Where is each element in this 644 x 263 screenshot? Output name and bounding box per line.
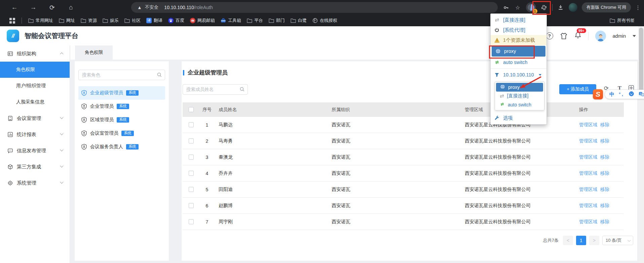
submenu-item-proxy[interactable]: proxy (496, 83, 543, 92)
globe-icon (495, 48, 501, 54)
username[interactable]: admin (613, 33, 626, 39)
remove-link[interactable]: 移除 (600, 154, 609, 160)
row-checkbox[interactable] (189, 219, 194, 224)
bookmark-folder[interactable]: 娱乐 (103, 18, 119, 24)
sidebar-item-face-collect[interactable]: 人脸采集信息 (0, 94, 70, 110)
search-icon[interactable] (157, 72, 162, 77)
sidebar-group-third-party[interactable]: 第三方集成 (0, 159, 70, 175)
address-bar[interactable]: ▲ 不安全 10.10.100.110/roleAuth (131, 2, 498, 13)
row-checkbox[interactable] (189, 138, 194, 143)
bookmark-netease-mail[interactable]: 网易邮箱 (190, 18, 215, 24)
bookmark-star-icon[interactable]: ☆ (514, 4, 522, 11)
download-icon[interactable] (557, 4, 564, 10)
prev-page-button[interactable]: < (563, 236, 573, 245)
ime-emoji-icon[interactable] (629, 91, 634, 98)
proxy-extension-icon[interactable]: 1 (526, 2, 536, 12)
sidebar-item-role-auth[interactable]: 角色权限 (0, 62, 70, 78)
sidebar-group-system[interactable]: 系统管理 (0, 175, 70, 191)
menu-item-system-proxy[interactable]: [系统代理] (491, 25, 546, 35)
bookmark-baidu[interactable]: 百度 (168, 18, 184, 24)
select-all-checkbox[interactable] (189, 107, 194, 112)
manage-region-link[interactable]: 管理区域 (579, 203, 597, 209)
role-item-region-admin[interactable]: 区域管理员 系统 (78, 113, 165, 127)
ime-translate-icon[interactable]: 文A (639, 91, 644, 98)
submenu-item-auto-switch[interactable]: auto switch (496, 100, 543, 109)
remove-link[interactable]: 移除 (600, 122, 609, 128)
notifications[interactable]: 99+ (574, 32, 581, 40)
role-item-enterprise-admin[interactable]: 企业管理员 系统 (78, 100, 165, 113)
sidebar-group-stats[interactable]: 统计报表 (0, 126, 70, 142)
bookmark-folder[interactable]: 平台 (247, 18, 263, 24)
manage-region-link[interactable]: 管理区域 (579, 138, 597, 144)
chrome-update-button[interactable]: 有新版 Chrome 可用 (582, 2, 631, 12)
manage-region-link[interactable]: 管理区域 (579, 170, 597, 176)
bookmark-folder[interactable]: 部门 (269, 18, 285, 24)
menu-item-server-filter[interactable]: 10.10.100.110 (491, 70, 546, 80)
page-scrollbar[interactable] (638, 26, 644, 263)
home-icon[interactable]: ⌂ (65, 4, 77, 11)
menu-item-auto-switch[interactable]: auto switch (491, 57, 546, 67)
shirt-icon[interactable] (560, 32, 568, 40)
ime-lang-toggle[interactable]: 中 (609, 91, 614, 98)
submenu-item-direct[interactable]: ⇄ [直接连接] (496, 92, 543, 100)
role-item-service-lead[interactable]: 会议服务负责人 系统 (78, 140, 165, 154)
row-checkbox[interactable] (189, 187, 194, 192)
menu-item-direct[interactable]: ⇄ [直接连接] (491, 15, 546, 25)
apps-grid-icon[interactable] (9, 18, 15, 24)
sidebar-group-info-publish[interactable]: 信息发布管理 (0, 142, 70, 159)
row-checkbox[interactable] (189, 155, 194, 160)
bookmark-folder[interactable]: 白鹭 (291, 18, 307, 24)
bookmark-folder[interactable]: 常用网址 (28, 18, 53, 24)
ime-punct-toggle[interactable]: °， (619, 91, 624, 97)
forward-icon[interactable]: → (28, 4, 39, 11)
menu-item-options[interactable]: 选项 (491, 113, 546, 123)
all-bookmarks[interactable]: 所有书签 (610, 18, 635, 24)
user-avatar[interactable] (595, 31, 606, 41)
remove-link[interactable]: 移除 (600, 138, 609, 144)
search-icon[interactable] (239, 87, 245, 92)
role-item-super-admin[interactable]: 企业超级管理员 系统 (78, 86, 165, 100)
user-menu-caret-icon[interactable] (633, 35, 636, 37)
remove-link[interactable]: 移除 (600, 219, 609, 225)
remove-link[interactable]: 移除 (600, 170, 609, 176)
browser-toolbar: ← → ⟳ ⌂ ▲ 不安全 10.10.100.110/roleAuth ☆ 1 (0, 0, 644, 15)
bookmark-folder[interactable]: 资源 (81, 18, 97, 24)
page-size-select[interactable]: 10 条/页 (602, 236, 633, 245)
scrollbar-thumb[interactable] (639, 28, 643, 98)
sidebar-group-meeting-room[interactable]: 会议室管理 (0, 110, 70, 126)
password-key-icon[interactable] (502, 5, 510, 10)
manage-region-link[interactable]: 管理区域 (579, 219, 597, 225)
reload-icon[interactable]: ⟳ (46, 4, 58, 11)
browser-menu-icon[interactable]: ⋮ (635, 4, 641, 11)
add-member-button[interactable]: + 添加成员 (559, 84, 596, 94)
sidebar-item-user-org[interactable]: 用户/组织管理 (0, 78, 70, 94)
role-search-input[interactable] (78, 70, 165, 80)
remove-link[interactable]: 移除 (600, 203, 609, 209)
bookmark-online-auth[interactable]: 在线授权 (312, 18, 337, 24)
next-page-button[interactable]: > (589, 236, 599, 245)
remove-link[interactable]: 移除 (600, 187, 609, 193)
member-search-input[interactable] (183, 84, 248, 95)
tab-role-auth[interactable]: 角色权限 (75, 45, 113, 60)
bookmark-translate[interactable]: 译翻译 (146, 18, 162, 24)
browser-profile-avatar[interactable] (569, 3, 577, 12)
bookmark-toolbox[interactable]: 工具箱 (221, 18, 241, 24)
manage-region-link[interactable]: 管理区域 (579, 154, 597, 160)
row-checkbox[interactable] (189, 203, 194, 208)
row-checkbox[interactable] (189, 122, 194, 127)
role-shield-icon (81, 117, 87, 123)
row-checkbox[interactable] (189, 171, 194, 176)
extensions-puzzle-icon[interactable] (540, 5, 548, 10)
bookmark-folder[interactable]: 社区 (124, 18, 141, 24)
role-item-meeting-room-admin[interactable]: 会议室管理员 系统 (78, 127, 165, 140)
bookmark-folder[interactable]: 网址 (59, 18, 75, 24)
sidebar-group-org[interactable]: 组织架构 (0, 45, 70, 62)
manage-region-link[interactable]: 管理区域 (579, 187, 597, 193)
page-1-button[interactable]: 1 (576, 236, 586, 245)
sogou-logo[interactable]: S (593, 89, 603, 99)
manage-region-link[interactable]: 管理区域 (579, 122, 597, 128)
back-icon[interactable]: ← (9, 4, 20, 11)
menu-item-proxy-profile[interactable]: proxy (492, 46, 545, 57)
menu-item-resource-warning[interactable]: 1个资源未加载 (491, 35, 546, 45)
help-icon[interactable]: ? (546, 32, 553, 39)
